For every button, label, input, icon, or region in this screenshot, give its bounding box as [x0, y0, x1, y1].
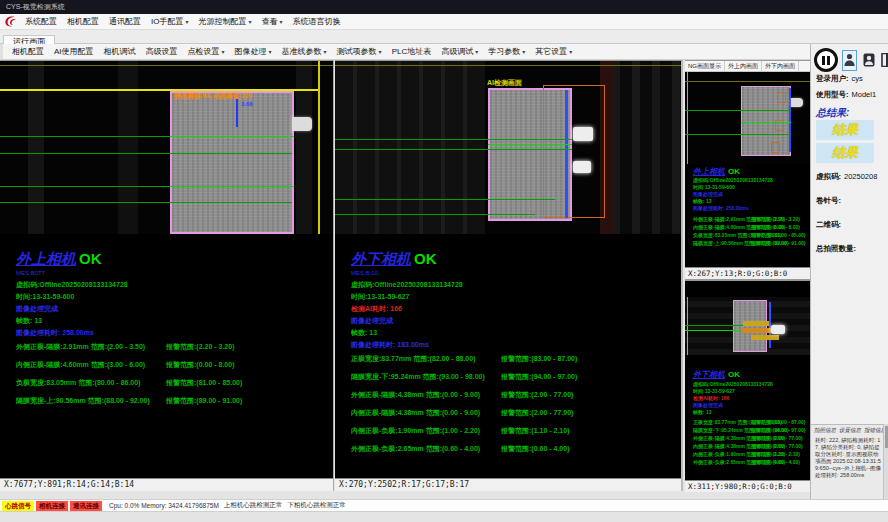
- tool-label: 高级调试: [441, 47, 473, 56]
- tool-label: 测试项参数: [337, 47, 377, 56]
- result-ok-badge: OK: [79, 250, 102, 267]
- measurement-value: 隔膜宽度-上:90.56mm 范围:(88.00 - 92.00): [693, 240, 751, 248]
- model-row: 使用型号:Model1: [816, 90, 876, 100]
- menu-item-light-config[interactable]: 光源控制配置▾: [193, 14, 256, 30]
- measurement-row: 内侧正极-负极:1.90mm 范围:(1.00 - 2.20)报警范围:(1.1…: [693, 451, 807, 459]
- elapsed-line: 图像处理耗时: 258.00ms: [16, 328, 94, 338]
- exit-door-icon: [881, 53, 888, 67]
- measurement-value: 内侧正极-负极:1.90mm 范围:(1.00 - 2.20): [351, 426, 501, 444]
- virtual-code-line: 虚拟码:Offline20250208133134728: [16, 280, 128, 290]
- cpu-memory-readout: Cpu: 0.0% Memory: 3424.41796875M: [109, 502, 219, 509]
- user-icon: [844, 53, 855, 67]
- menu-item-io-config[interactable]: IO手配置▾: [146, 14, 193, 30]
- ng-image-upper[interactable]: [685, 72, 810, 164]
- measurement-row: 外侧正极-隔膜:2.91mm 范围:(2.00 - 3.50)报警范围:(2.2…: [693, 216, 807, 224]
- tool-camera-debug[interactable]: 相机调试: [99, 46, 141, 57]
- camera-title: 外上相机OK: [693, 166, 740, 177]
- camera-view-upper: 静态阈值:93, 动态阈值:100 3.68 外上相机OK MES:B0TT 虚…: [0, 60, 334, 491]
- menubar: 系统配置 相机配置 通讯配置 IO手配置▾ 光源控制配置▾ 查看▾ 系统语言切换: [0, 14, 888, 30]
- tab-upper-inner-view[interactable]: 外上内画面: [725, 61, 762, 71]
- tool-learning-params[interactable]: 学习参数▾: [483, 46, 530, 57]
- caliper-marker: [236, 99, 238, 127]
- measurement-row: 正极宽度:83.77mm 范围:(82.00 - 88.00)报警范围:(83.…: [351, 354, 663, 372]
- reference-line: [335, 65, 681, 66]
- ng-defect-box: [775, 120, 784, 131]
- menu-label: 通讯配置: [109, 17, 141, 26]
- measurement-value: 内侧正极-隔膜:4.60mm 范围:(3.00 - 6.00): [693, 224, 751, 232]
- measurement-value: 内侧正极-负极:1.90mm 范围:(1.00 - 2.20): [693, 451, 751, 459]
- measurement-row: 内侧正极-隔膜:4.38mm 范围:(0.00 - 9.00)报警范围:(2.0…: [351, 408, 663, 426]
- tool-test-item-params[interactable]: 测试项参数▾: [332, 46, 387, 57]
- tool-advanced-debug[interactable]: 高级调试▾: [436, 46, 483, 57]
- measure-line: [170, 186, 294, 187]
- edge-marker-blue: [565, 90, 568, 218]
- measurement-value: 外侧正极-隔膜:2.91mm 范围:(2.00 - 3.50): [16, 342, 166, 360]
- virtual-code-line: 虚拟码:Offline20250208133134728: [351, 280, 463, 290]
- tool-image-processing[interactable]: 图像处理▾: [230, 46, 277, 57]
- reflection-highlight: [771, 325, 785, 334]
- result-text: 结果: [832, 144, 858, 162]
- user-account-button[interactable]: [842, 50, 857, 71]
- ng-view-tabs: NG画面显示 外上内画面 外下内画面: [685, 61, 810, 72]
- pause-button[interactable]: [814, 48, 838, 72]
- threshold-overlay-label: 静态阈值:93, 动态阈值:100: [174, 92, 252, 101]
- pixel-coords-readout-upper: X:7677;Y:891;R:14;G:14;B:14: [0, 478, 333, 491]
- measurement-row: 外侧正极-负极:2.65mm 范围:(0.60 - 4.00)报警范围:(0.6…: [351, 444, 663, 462]
- ng-result-panel-upper: 外上相机OK 虚拟码:Offline20250208133134728 时间:1…: [685, 164, 810, 256]
- ng-defect-box: [777, 92, 786, 103]
- tool-advanced-settings[interactable]: 高级设置: [141, 46, 183, 57]
- tool-other-settings[interactable]: 其它设置▾: [530, 46, 577, 57]
- tab-ng-display[interactable]: NG画面显示: [685, 61, 725, 71]
- menu-item-language-switch[interactable]: 系统语言切换: [288, 14, 346, 29]
- measurement-value: 外侧正极-隔膜:4.38mm 范围:(0.00 - 9.00): [351, 390, 501, 408]
- machine-band: [335, 61, 485, 234]
- frame-count-line: 帧数: 13: [16, 316, 42, 326]
- measurement-row: 内侧正极-隔膜:4.60mm 范围:(3.00 - 6.00)报警范围:(0.0…: [693, 224, 807, 232]
- tool-label: 图像处理: [235, 47, 267, 56]
- needle-number-label: 卷针号:: [816, 196, 841, 205]
- toolbar: 相机配置 AI使用配置 相机调试 高级设置 点检设置▾ 图像处理▾ 基准线参数▾…: [0, 44, 810, 60]
- processing-done-line: 图像处理完成: [351, 316, 393, 326]
- highlight-label-block: [741, 328, 773, 333]
- camera-title: 外下相机OK: [693, 369, 740, 380]
- exit-button[interactable]: [880, 50, 888, 71]
- menu-item-system-config[interactable]: 系统配置: [20, 14, 62, 29]
- dropdown-arrow-icon: ▾: [324, 49, 327, 55]
- menu-label: 系统语言切换: [293, 17, 341, 26]
- tool-camera-config[interactable]: 相机配置: [7, 46, 49, 57]
- ng-image-lower[interactable]: [685, 297, 810, 355]
- tool-plc-address-table[interactable]: PLC地址表: [387, 46, 437, 57]
- camera-name: 外上相机: [693, 167, 725, 176]
- tab-settings-info[interactable]: 设置信息: [839, 427, 861, 434]
- processing-done-line: 图像处理完成: [693, 191, 723, 197]
- alarm-range: 报警范围:(94.00 - 97.00): [751, 427, 805, 435]
- operator-button[interactable]: [861, 50, 876, 71]
- virtual-code-row: 虚拟码:20250208: [816, 172, 877, 182]
- tool-ai-usage-config[interactable]: AI使用配置: [49, 46, 99, 57]
- tool-spot-check[interactable]: 点检设置▾: [183, 46, 230, 57]
- camera-name: 外下相机: [351, 250, 411, 267]
- mes-status: MES:B0TT: [16, 270, 45, 276]
- tool-label: AI使用配置: [54, 47, 94, 56]
- menu-item-view[interactable]: 查看▾: [256, 14, 287, 30]
- measurement-row: 负极宽度:83.05mm 范围:(80.00 - 86.00)报警范围:(81.…: [16, 378, 328, 396]
- tool-baseline-params[interactable]: 基准线参数▾: [277, 46, 332, 57]
- camera-image-lower[interactable]: AI检测画面: [335, 61, 681, 234]
- result-ok-badge: OK: [728, 167, 740, 176]
- measurement-row: 外侧正极-隔膜:2.91mm 范围:(2.00 - 3.50)报警范围:(2.2…: [16, 342, 328, 360]
- roi-boundary-yellow: [687, 72, 688, 164]
- measurement-value: 外侧正极-隔膜:4.38mm 范围:(0.00 - 9.00): [693, 435, 751, 443]
- tab-shot-info[interactable]: 拍照信息: [814, 427, 836, 434]
- pixel-coords-readout-lower: X:270;Y:2502;R:17;G:17;B:17: [335, 478, 681, 491]
- measurement-value: 正极宽度:83.77mm 范围:(82.00 - 88.00): [351, 354, 501, 372]
- menu-item-comm-config[interactable]: 通讯配置: [104, 14, 146, 29]
- ai-view-label: AI检测画面: [487, 78, 522, 88]
- total-result-label: 总结果:: [816, 106, 849, 120]
- camera-image-upper[interactable]: 静态阈值:93, 动态阈值:100 3.68: [0, 61, 333, 234]
- camera-name: 外上相机: [16, 250, 76, 267]
- tab-lower-inner-view[interactable]: 外下内画面: [762, 61, 799, 71]
- measure-line: [685, 134, 791, 135]
- virtual-code-line: 虚拟码:Offline20250208133134728: [693, 381, 773, 387]
- alarm-range: 报警范围:(2.20 - 3.20): [166, 342, 234, 360]
- menu-item-camera-config[interactable]: 相机配置: [62, 14, 104, 29]
